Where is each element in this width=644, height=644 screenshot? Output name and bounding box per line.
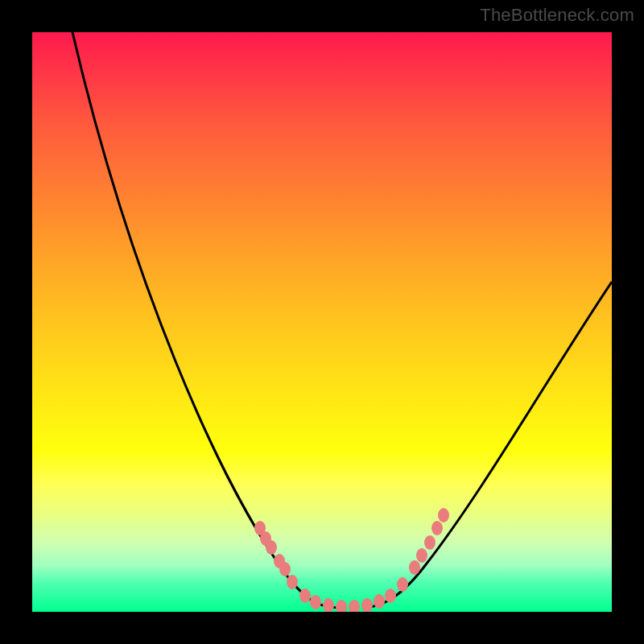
curve-marker: [287, 575, 298, 589]
watermark-text: TheBottleneck.com: [480, 5, 634, 26]
curve-marker: [349, 600, 360, 612]
left-curve: [72, 32, 342, 608]
curve-marker: [336, 600, 347, 612]
curve-marker: [397, 577, 408, 592]
curve-marker: [310, 595, 321, 609]
chart-svg: [32, 32, 612, 612]
curve-marker: [374, 594, 385, 609]
marker-group: [254, 508, 449, 612]
curve-marker: [431, 521, 443, 535]
curve-marker: [385, 588, 396, 603]
curve-marker: [424, 535, 436, 550]
curve-marker: [438, 508, 449, 522]
curve-marker: [409, 560, 420, 575]
right-curve: [362, 282, 612, 608]
curve-marker: [361, 598, 373, 612]
curve-marker: [299, 588, 311, 603]
curve-marker: [416, 548, 427, 563]
curve-marker: [323, 598, 334, 612]
curve-marker: [266, 540, 277, 555]
chart-plot-area: [32, 32, 612, 612]
curve-marker: [279, 562, 291, 576]
